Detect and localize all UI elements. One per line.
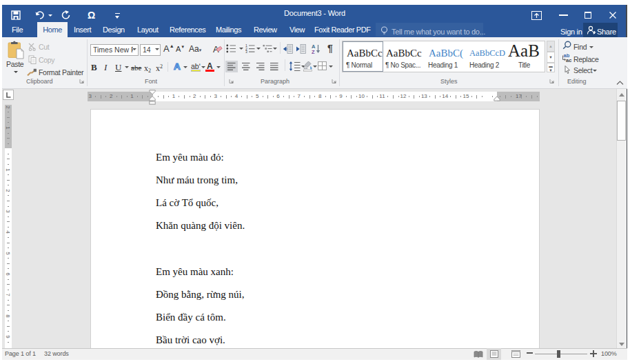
svg-text:3: 3 bbox=[245, 50, 247, 53]
svg-text:ac: ac bbox=[566, 57, 571, 63]
svg-text:Z: Z bbox=[312, 49, 315, 54]
